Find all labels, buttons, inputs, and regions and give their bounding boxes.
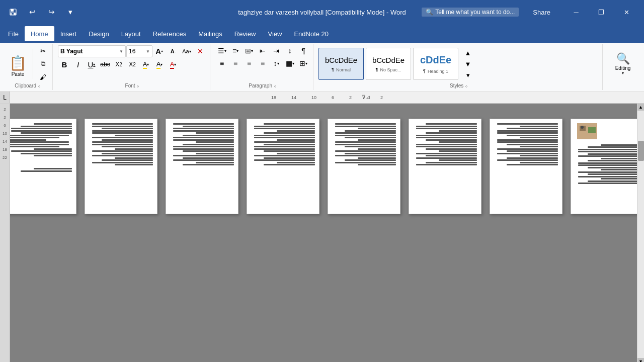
ruler-num-10: 10 [311,95,316,100]
line [497,141,558,143]
minimize-button[interactable]: ─ [565,5,588,20]
line [254,126,315,127]
increase-indent-button[interactable]: ⇥ [270,45,283,56]
text-highlight-button[interactable]: A▾ [139,59,152,70]
tell-me-search[interactable]: 🔍 Tell me what you want to do... [422,8,519,17]
line [102,146,153,147]
line [358,164,396,165]
share-button[interactable]: Share [527,5,556,20]
menu-insert[interactable]: Insert [54,26,83,41]
line [173,148,234,150]
editing-icon: 🔍 [616,52,630,65]
scroll-thumb[interactable] [638,141,644,161]
italic-button[interactable]: I [71,59,85,70]
line [11,128,72,129]
editing-button[interactable]: 🔍 Editing ▾ [608,48,638,80]
underline-button[interactable]: U▾ [85,59,98,70]
line [601,178,637,179]
close-button[interactable]: ✕ [615,5,638,20]
text-color-button[interactable]: A▾ [167,59,180,70]
line [264,144,315,145]
line [497,148,558,150]
line [196,132,234,134]
menu-layout[interactable]: Layout [115,26,147,41]
strikethrough-button[interactable]: abc [99,59,112,70]
line-spacing-button[interactable]: ↕▾ [270,58,283,69]
restore-button[interactable]: ❐ [590,5,613,20]
undo-button[interactable]: ↩ [25,5,39,19]
sort-button[interactable]: ↕ [283,45,296,56]
bold-button[interactable]: B [58,59,71,70]
vr-14: 14 [3,140,7,144]
customize-qat-button[interactable]: ▾ [63,5,77,19]
paste-button[interactable]: 📋 Paste [6,49,30,79]
superscript-button[interactable]: X2 [126,59,139,70]
page-7[interactable] [490,119,562,214]
style-no-spacing-label: No Spac... [380,67,401,72]
menu-references[interactable]: References [147,26,192,41]
numbering-button[interactable]: ≡▾ [229,45,242,56]
menu-file[interactable]: File [2,26,25,41]
clear-format-button[interactable]: ✕ [194,46,207,57]
shrink-font-button[interactable]: A- [167,46,180,57]
show-hide-button[interactable]: ¶ [297,45,310,56]
format-painter-button[interactable]: 🖌 [36,71,49,82]
line [196,141,234,143]
page-1[interactable] [10,119,76,214]
page-2[interactable] [85,119,157,214]
style-no-spacing-preview: bCcDdEe [372,56,405,64]
font-name-selector[interactable]: B Yagut ▼ [58,45,126,57]
subscript-button[interactable]: X2 [112,59,125,70]
menu-view[interactable]: View [262,26,288,41]
style-heading1[interactable]: cDdEe ¶ Heading 1 [413,48,458,80]
styles-scroll-down[interactable]: ▼ [461,59,474,69]
line [115,148,153,150]
page-3[interactable] [166,119,238,214]
line [173,128,234,129]
multilevel-list-button[interactable]: ⊞▾ [243,45,256,56]
line [102,153,153,154]
styles-scroll-up[interactable]: ▲ [461,48,474,58]
change-case-button[interactable]: Aa▾ [180,46,193,57]
clipboard-group-content: 📋 Paste ✂ ⧉ 🖌 [6,45,49,82]
line [254,155,315,156]
menu-review[interactable]: Review [228,26,262,41]
page-6[interactable] [409,119,481,214]
page-5[interactable] [328,119,400,214]
menu-design[interactable]: Design [83,26,115,41]
shading-button[interactable]: ▦▾ [283,58,296,69]
cut-button[interactable]: ✂ [36,45,49,56]
bullets-button[interactable]: ☰▾ [215,45,228,56]
save-button[interactable] [6,5,20,19]
borders-button[interactable]: ⊞▾ [297,58,310,69]
line [426,162,477,163]
line [34,155,72,156]
font-color-button[interactable]: A▾ [153,59,166,70]
menu-home[interactable]: Home [25,26,54,41]
align-center-button[interactable]: ≡ [229,58,242,69]
menu-mailings[interactable]: Mailings [192,26,228,41]
vertical-scrollbar[interactable]: ▲ ▼ [637,104,644,362]
scroll-up-arrow[interactable]: ▲ [637,104,645,111]
ruler-num-14: 14 [291,95,296,100]
grow-font-button[interactable]: A+ [153,46,166,57]
style-no-spacing[interactable]: bCcDdEe ¶ No Spac... [366,48,411,80]
scroll-down-arrow[interactable]: ▼ [637,358,645,362]
line [10,144,69,145]
font-row2: B I U▾ abc X2 X2 A▾ A▾ A▾ [58,59,180,70]
justify-button[interactable]: ≡ [256,58,269,69]
page-8[interactable] [571,119,637,214]
align-right-button[interactable]: ≡ [243,58,256,69]
styles-more[interactable]: ▾ [461,70,474,80]
page-4[interactable] [247,119,319,214]
line [196,162,234,163]
menu-endnote[interactable]: EndNote 20 [288,26,335,41]
redo-button[interactable]: ↪ [44,5,58,19]
font-size-selector[interactable]: 16 ▼ [126,45,152,57]
align-left-button[interactable]: ≡ [215,58,228,69]
copy-button[interactable]: ⧉ [36,58,49,69]
decrease-indent-button[interactable]: ⇤ [256,45,269,56]
line [578,149,637,150]
style-normal[interactable]: bCcDdEe ¶ Normal [318,48,364,80]
line [358,139,396,141]
